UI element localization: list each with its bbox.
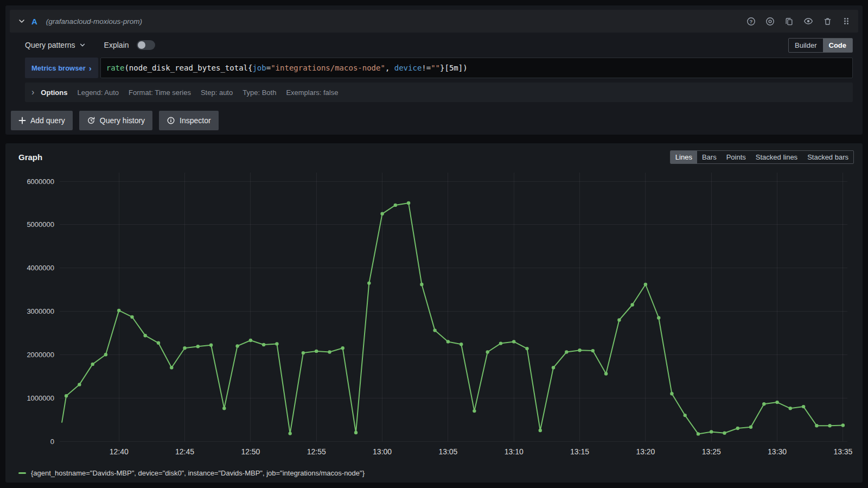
data-point [604,372,608,375]
data-point [170,366,173,369]
add-query-button[interactable]: Add query [11,111,73,130]
data-point [789,407,792,410]
data-point [249,339,252,342]
drag-query-handle[interactable] [842,17,851,26]
builder-mode-button[interactable]: Builder [789,39,822,52]
query-token: (node_disk_read_bytes_total{ [124,64,252,72]
data-point [380,212,384,216]
chart-svg[interactable]: 0100000020000003000000400000050000006000… [14,166,854,462]
query-row-header[interactable]: A (grafanacloud-moxious-prom) ? [10,10,858,33]
data-point [578,348,581,352]
chevron-right-icon: › [31,88,34,97]
inspector-button[interactable]: Inspector [159,111,219,130]
view-mode-bars[interactable]: Bars [697,151,722,163]
add-query-label: Add query [30,116,65,125]
code-mode-button[interactable]: Code [823,39,853,52]
duplicate-query-button[interactable] [784,17,794,26]
query-editor-body: Query patterns Explain Builder Code Metr… [25,33,853,102]
query-patterns-dropdown[interactable]: Query patterns [25,41,86,49]
options-summary: Legend: AutoFormat: Time seriesStep: aut… [77,88,338,97]
data-point [91,363,94,366]
data-point [341,346,344,350]
collapse-query-button[interactable] [17,17,26,26]
copy-icon [784,17,794,26]
explain-label: Explain [104,41,129,49]
data-point [657,316,660,319]
y-axis-tick-label: 3000000 [27,307,54,315]
explain-toggle[interactable] [137,40,155,50]
view-mode-stacked-lines[interactable]: Stacked lines [751,151,802,163]
data-point [684,414,687,417]
data-point [710,430,713,433]
data-point [235,344,239,347]
datasource-name: (grafanacloud-moxious-prom) [46,17,142,26]
data-point [644,283,647,286]
graph-panel-title: Graph [14,153,42,162]
data-point [328,350,331,353]
data-point [262,343,265,346]
info-icon [167,116,175,125]
data-point [591,349,595,352]
query-history-label: Query history [100,116,145,125]
data-point [630,303,634,306]
data-point [775,401,778,404]
x-axis-tick-label: 13:10 [505,447,524,456]
history-icon [87,116,95,125]
query-header-actions: ? [746,16,851,26]
query-editor-panel: A (grafanacloud-moxious-prom) ? [5,5,863,135]
option-summary-item: Legend: Auto [77,88,119,97]
x-axis-tick-label: 13:25 [702,447,721,456]
view-mode-lines[interactable]: Lines [671,151,697,163]
graph-panel-header: Graph LinesBarsPointsStacked linesStacke… [14,148,854,166]
data-point [815,424,818,427]
x-axis-tick-label: 12:55 [307,447,326,456]
x-axis-tick-label: 13:15 [570,447,589,456]
y-axis-tick-label: 2000000 [27,351,54,359]
options-row[interactable]: › Options Legend: AutoFormat: Time serie… [25,83,853,102]
data-point [420,283,423,286]
series-legend[interactable]: {agent_hostname="Davids-MBP", device="di… [14,466,854,479]
data-point [354,431,358,434]
y-axis-tick-label: 6000000 [27,178,54,186]
data-point [407,201,410,205]
query-token: "" [431,64,440,72]
x-axis-tick-label: 13:20 [636,447,655,456]
data-point [209,344,213,347]
query-patterns-label: Query patterns [25,41,75,49]
data-point [486,350,489,353]
legend-label: {agent_hostname="Davids-MBP", device="di… [31,469,365,477]
chevron-right-icon: › [89,64,92,72]
bullseye-button[interactable] [765,17,775,26]
data-point [762,402,765,405]
view-mode-stacked-bars[interactable]: Stacked bars [802,151,853,163]
data-point [315,350,318,353]
data-point [222,407,226,410]
chart-area: 0100000020000003000000400000050000006000… [14,166,854,466]
plus-icon [18,117,26,124]
data-point [289,432,292,435]
eye-icon [803,16,813,26]
data-point [723,432,726,435]
query-toolbar-row: Query patterns Explain Builder Code [25,33,853,58]
query-ref-id: A [31,17,37,26]
hide-response-button[interactable] [803,16,813,26]
query-token: "integrations/macos-node" [271,64,385,72]
query-expression-input[interactable]: rate(node_disk_read_bytes_total{job="int… [100,58,853,78]
data-point [670,392,673,395]
x-axis-tick-label: 12:45 [175,447,194,456]
graph-panel: Graph LinesBarsPointsStacked linesStacke… [5,143,863,483]
data-point [302,351,305,354]
trash-icon [823,17,832,26]
data-point [841,423,845,427]
view-mode-points[interactable]: Points [722,151,751,163]
option-summary-item: Exemplars: false [286,88,338,97]
data-point [78,383,81,386]
chevron-down-icon [18,17,25,25]
y-axis-tick-label: 4000000 [27,264,54,272]
metrics-browser-button[interactable]: Metrics browser › [25,58,98,78]
query-expression: rate(node_disk_read_bytes_total{job="int… [106,64,468,72]
query-history-button[interactable]: Query history [79,111,152,130]
remove-query-button[interactable] [823,17,832,26]
query-token: = [266,64,271,72]
help-button[interactable]: ? [746,17,756,26]
